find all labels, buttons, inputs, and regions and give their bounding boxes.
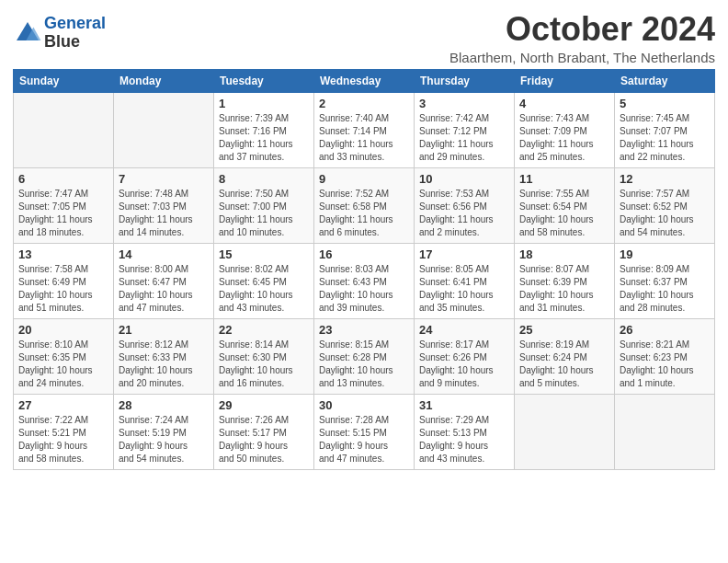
calendar-cell: 8Sunrise: 7:50 AM Sunset: 7:00 PM Daylig…: [214, 167, 314, 243]
calendar-cell: [14, 92, 114, 167]
day-info: Sunrise: 7:48 AM Sunset: 7:03 PM Dayligh…: [119, 188, 209, 239]
day-number: 20: [18, 323, 108, 337]
day-number: 21: [119, 323, 209, 337]
day-info: Sunrise: 8:05 AM Sunset: 6:41 PM Dayligh…: [419, 263, 509, 315]
month-title: October 2024: [449, 11, 715, 48]
weekday-header-thursday: Thursday: [415, 69, 515, 92]
day-number: 27: [18, 398, 108, 412]
day-info: Sunrise: 7:47 AM Sunset: 7:05 PM Dayligh…: [18, 188, 108, 239]
page-container: General Blue October 2024 Blaarthem, Nor…: [0, 0, 728, 477]
calendar-cell: 21Sunrise: 8:12 AM Sunset: 6:33 PM Dayli…: [114, 318, 214, 394]
day-info: Sunrise: 7:53 AM Sunset: 6:56 PM Dayligh…: [419, 188, 509, 239]
day-info: Sunrise: 7:22 AM Sunset: 5:21 PM Dayligh…: [18, 414, 108, 465]
calendar-cell: 30Sunrise: 7:28 AM Sunset: 5:15 PM Dayli…: [314, 394, 415, 469]
day-info: Sunrise: 7:39 AM Sunset: 7:16 PM Dayligh…: [219, 112, 309, 164]
calendar-week-2: 6Sunrise: 7:47 AM Sunset: 7:05 PM Daylig…: [14, 167, 715, 243]
weekday-header-friday: Friday: [515, 69, 615, 92]
day-number: 6: [18, 172, 108, 186]
day-info: Sunrise: 7:57 AM Sunset: 6:52 PM Dayligh…: [620, 188, 710, 239]
calendar-cell: 4Sunrise: 7:43 AM Sunset: 7:09 PM Daylig…: [515, 92, 615, 167]
calendar-week-1: 1Sunrise: 7:39 AM Sunset: 7:16 PM Daylig…: [14, 92, 715, 167]
calendar-week-4: 20Sunrise: 8:10 AM Sunset: 6:35 PM Dayli…: [14, 318, 715, 394]
day-number: 11: [519, 172, 609, 186]
day-number: 14: [119, 247, 209, 261]
calendar-cell: 28Sunrise: 7:24 AM Sunset: 5:19 PM Dayli…: [114, 394, 214, 469]
calendar-cell: 12Sunrise: 7:57 AM Sunset: 6:52 PM Dayli…: [615, 167, 715, 243]
day-number: 7: [119, 172, 209, 186]
day-info: Sunrise: 8:09 AM Sunset: 6:37 PM Dayligh…: [620, 263, 710, 315]
day-number: 18: [519, 247, 609, 261]
logo: General Blue: [13, 15, 106, 52]
day-info: Sunrise: 7:45 AM Sunset: 7:07 PM Dayligh…: [620, 112, 710, 164]
logo-line2: Blue: [44, 32, 80, 51]
header: General Blue October 2024 Blaarthem, Nor…: [13, 11, 715, 65]
day-number: 19: [620, 247, 710, 261]
day-number: 16: [319, 247, 409, 261]
calendar-week-5: 27Sunrise: 7:22 AM Sunset: 5:21 PM Dayli…: [14, 394, 715, 469]
day-info: Sunrise: 8:21 AM Sunset: 6:23 PM Dayligh…: [620, 339, 710, 390]
calendar-cell: 16Sunrise: 8:03 AM Sunset: 6:43 PM Dayli…: [314, 243, 415, 318]
day-number: 22: [219, 323, 309, 337]
day-number: 13: [18, 247, 108, 261]
weekday-header-tuesday: Tuesday: [214, 69, 314, 92]
calendar-cell: 13Sunrise: 7:58 AM Sunset: 6:49 PM Dayli…: [14, 243, 114, 318]
day-info: Sunrise: 7:26 AM Sunset: 5:17 PM Dayligh…: [219, 414, 309, 465]
day-info: Sunrise: 7:29 AM Sunset: 5:13 PM Dayligh…: [419, 414, 509, 465]
calendar-cell: 9Sunrise: 7:52 AM Sunset: 6:58 PM Daylig…: [314, 167, 415, 243]
day-info: Sunrise: 7:52 AM Sunset: 6:58 PM Dayligh…: [319, 188, 409, 239]
calendar-cell: 25Sunrise: 8:19 AM Sunset: 6:24 PM Dayli…: [515, 318, 615, 394]
calendar-cell: 7Sunrise: 7:48 AM Sunset: 7:03 PM Daylig…: [114, 167, 214, 243]
day-info: Sunrise: 8:12 AM Sunset: 6:33 PM Dayligh…: [119, 339, 209, 390]
day-info: Sunrise: 8:03 AM Sunset: 6:43 PM Dayligh…: [319, 263, 409, 315]
calendar-cell: [114, 92, 214, 167]
calendar-cell: 24Sunrise: 8:17 AM Sunset: 6:26 PM Dayli…: [415, 318, 515, 394]
day-number: 28: [119, 398, 209, 412]
calendar-cell: 19Sunrise: 8:09 AM Sunset: 6:37 PM Dayli…: [615, 243, 715, 318]
calendar-cell: 29Sunrise: 7:26 AM Sunset: 5:17 PM Dayli…: [214, 394, 314, 469]
day-info: Sunrise: 8:07 AM Sunset: 6:39 PM Dayligh…: [519, 263, 609, 315]
calendar-cell: 5Sunrise: 7:45 AM Sunset: 7:07 PM Daylig…: [615, 92, 715, 167]
day-info: Sunrise: 7:24 AM Sunset: 5:19 PM Dayligh…: [119, 414, 209, 465]
title-block: October 2024 Blaarthem, North Brabant, T…: [449, 11, 715, 65]
calendar-cell: 6Sunrise: 7:47 AM Sunset: 7:05 PM Daylig…: [14, 167, 114, 243]
day-number: 9: [319, 172, 409, 186]
day-number: 29: [219, 398, 309, 412]
day-info: Sunrise: 7:55 AM Sunset: 6:54 PM Dayligh…: [519, 188, 609, 239]
calendar-cell: [515, 394, 615, 469]
day-number: 23: [319, 323, 409, 337]
calendar-cell: 22Sunrise: 8:14 AM Sunset: 6:30 PM Dayli…: [214, 318, 314, 394]
calendar-table: SundayMondayTuesdayWednesdayThursdayFrid…: [13, 69, 715, 470]
day-info: Sunrise: 7:40 AM Sunset: 7:14 PM Dayligh…: [319, 112, 409, 164]
day-info: Sunrise: 7:28 AM Sunset: 5:15 PM Dayligh…: [319, 414, 409, 465]
calendar-cell: 1Sunrise: 7:39 AM Sunset: 7:16 PM Daylig…: [214, 92, 314, 167]
calendar-cell: 18Sunrise: 8:07 AM Sunset: 6:39 PM Dayli…: [515, 243, 615, 318]
calendar-cell: 3Sunrise: 7:42 AM Sunset: 7:12 PM Daylig…: [415, 92, 515, 167]
calendar-cell: 26Sunrise: 8:21 AM Sunset: 6:23 PM Dayli…: [615, 318, 715, 394]
day-number: 3: [419, 97, 509, 110]
day-info: Sunrise: 8:17 AM Sunset: 6:26 PM Dayligh…: [419, 339, 509, 390]
calendar-cell: 11Sunrise: 7:55 AM Sunset: 6:54 PM Dayli…: [515, 167, 615, 243]
day-info: Sunrise: 8:14 AM Sunset: 6:30 PM Dayligh…: [219, 339, 309, 390]
day-info: Sunrise: 7:43 AM Sunset: 7:09 PM Dayligh…: [519, 112, 609, 164]
logo-line1: General: [44, 14, 106, 32]
calendar-cell: 10Sunrise: 7:53 AM Sunset: 6:56 PM Dayli…: [415, 167, 515, 243]
calendar-cell: 15Sunrise: 8:02 AM Sunset: 6:45 PM Dayli…: [214, 243, 314, 318]
calendar-cell: 2Sunrise: 7:40 AM Sunset: 7:14 PM Daylig…: [314, 92, 415, 167]
weekday-header-wednesday: Wednesday: [314, 69, 415, 92]
day-info: Sunrise: 8:19 AM Sunset: 6:24 PM Dayligh…: [519, 339, 609, 390]
day-number: 4: [519, 97, 609, 110]
weekday-header-monday: Monday: [114, 69, 214, 92]
day-number: 10: [419, 172, 509, 186]
day-number: 26: [620, 323, 710, 337]
day-number: 24: [419, 323, 509, 337]
calendar-cell: 27Sunrise: 7:22 AM Sunset: 5:21 PM Dayli…: [14, 394, 114, 469]
day-number: 8: [219, 172, 309, 186]
day-info: Sunrise: 8:02 AM Sunset: 6:45 PM Dayligh…: [219, 263, 309, 315]
calendar-cell: 17Sunrise: 8:05 AM Sunset: 6:41 PM Dayli…: [415, 243, 515, 318]
calendar-header-row: SundayMondayTuesdayWednesdayThursdayFrid…: [14, 69, 715, 92]
day-info: Sunrise: 7:42 AM Sunset: 7:12 PM Dayligh…: [419, 112, 509, 164]
day-number: 2: [319, 97, 409, 110]
day-number: 5: [620, 97, 710, 110]
logo-icon: [13, 18, 42, 48]
weekday-header-saturday: Saturday: [615, 69, 715, 92]
